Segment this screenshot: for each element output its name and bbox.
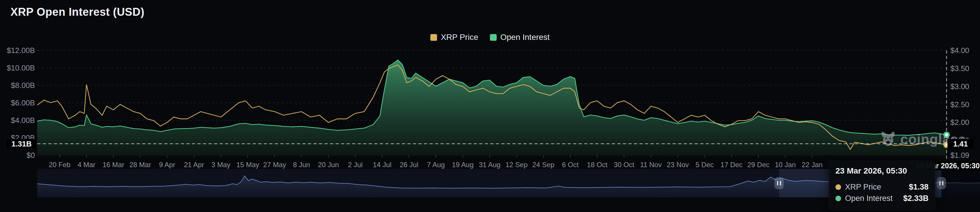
right-axis-tick-label: $3.00 bbox=[950, 82, 980, 91]
open-interest-area bbox=[37, 60, 947, 155]
left-axis-tick-label: $0 bbox=[5, 151, 35, 160]
xrp-price-swatch-icon bbox=[430, 34, 437, 41]
tooltip-row-open-interest: Open Interest $2.33B bbox=[835, 193, 929, 204]
coinglass-bull-icon bbox=[879, 130, 897, 147]
legend-label: Open Interest bbox=[500, 33, 550, 42]
navigator-dimmed-region bbox=[941, 169, 980, 198]
xrp-price-dot-icon bbox=[835, 184, 841, 190]
right-axis-tick-label: $4.00 bbox=[950, 46, 980, 55]
crosshair-right-axis-label: 1.41 bbox=[947, 139, 974, 149]
tooltip: 23 Mar 2026, 05:30 XRP Price $1.38 Open … bbox=[829, 161, 935, 210]
x-axis-tick-label: 22 Jan bbox=[793, 161, 831, 169]
left-axis-tick-label: $8.00B bbox=[5, 81, 35, 90]
right-axis-tick-label: $3.50 bbox=[950, 64, 980, 73]
left-axis-tick-label: $6.00B bbox=[5, 98, 35, 107]
tooltip-series-label: Open Interest bbox=[845, 194, 893, 203]
left-axis-tick-label: $12.00B bbox=[5, 46, 35, 55]
tooltip-series-value: $2.33B bbox=[903, 194, 929, 203]
open-interest-dot-icon bbox=[835, 196, 841, 201]
legend-item-xrp-price[interactable]: XRP Price bbox=[430, 33, 478, 42]
left-axis-tick-label: $4.00B bbox=[5, 116, 35, 125]
navigator-left-handle-icon[interactable] bbox=[775, 177, 784, 189]
legend: XRP Price Open Interest bbox=[430, 33, 550, 42]
chart-page: XRP Open Interest (USD) XRP Price Open I… bbox=[0, 0, 980, 212]
legend-label: XRP Price bbox=[441, 33, 478, 42]
open-interest-swatch-icon bbox=[490, 34, 496, 41]
crosshair-left-axis-label: 1.31B bbox=[7, 139, 36, 149]
tooltip-timestamp: 23 Mar 2026, 05:30 bbox=[835, 166, 929, 176]
legend-item-open-interest[interactable]: Open Interest bbox=[490, 33, 550, 42]
right-axis-tick-label: $2.00 bbox=[950, 118, 980, 127]
tooltip-series-value: $1.38 bbox=[909, 183, 929, 192]
navigator-right-handle-icon[interactable] bbox=[937, 177, 946, 189]
left-axis-tick-label: $10.00B bbox=[5, 63, 35, 72]
right-axis-tick-label: $2.50 bbox=[950, 100, 980, 109]
right-axis-tick-label: $1.09 bbox=[950, 151, 980, 160]
tooltip-series-label: XRP Price bbox=[845, 183, 881, 192]
tooltip-row-xrp-price: XRP Price $1.38 bbox=[835, 181, 929, 193]
